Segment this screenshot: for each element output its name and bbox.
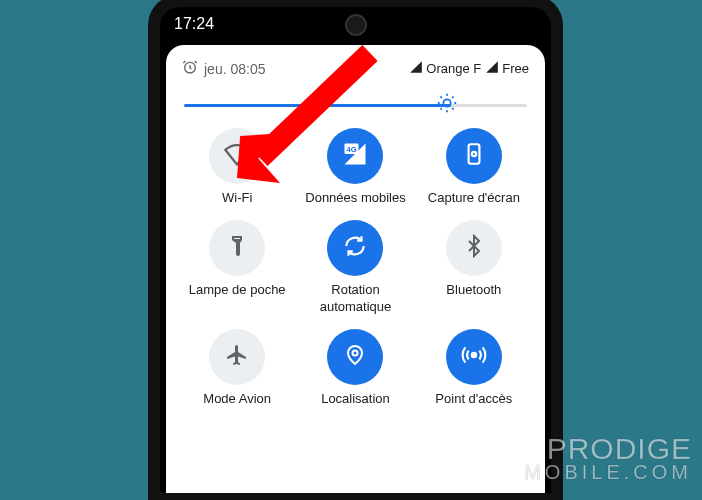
tile-label: Capture d'écran bbox=[428, 190, 520, 206]
bluetooth-icon bbox=[462, 234, 486, 262]
svg-text:4G: 4G bbox=[347, 145, 357, 154]
signal-icon bbox=[485, 60, 499, 77]
watermark-line1: PRODIGE bbox=[524, 435, 692, 464]
tile-rotation[interactable]: Rotation automatique bbox=[298, 220, 412, 315]
screenshot-button[interactable] bbox=[446, 128, 502, 184]
slider-fill bbox=[184, 104, 451, 107]
carrier-status: Orange F Free bbox=[409, 60, 529, 77]
airplane-button[interactable] bbox=[209, 329, 265, 385]
airplane-icon bbox=[225, 343, 249, 371]
rotation-button[interactable] bbox=[327, 220, 383, 276]
flashlight-icon bbox=[225, 234, 249, 262]
carrier-2: Free bbox=[502, 61, 529, 76]
screen: 17:24 jeu. 08:05 Orange F bbox=[160, 7, 551, 493]
tile-flashlight[interactable]: Lampe de poche bbox=[180, 220, 294, 315]
hotspot-button[interactable] bbox=[446, 329, 502, 385]
status-bar: 17:24 bbox=[160, 7, 551, 41]
camera-notch bbox=[345, 14, 367, 36]
tile-bluetooth[interactable]: Bluetooth bbox=[417, 220, 531, 315]
rotation-icon bbox=[342, 233, 368, 263]
watermark-line2: MOBILE.COM bbox=[524, 463, 692, 482]
tile-label: Mode Avion bbox=[203, 391, 271, 407]
tile-label: Point d'accès bbox=[435, 391, 512, 407]
panel-date: jeu. 08:05 bbox=[204, 61, 266, 77]
panel-header: jeu. 08:05 Orange F Free bbox=[180, 57, 531, 88]
brightness-icon[interactable] bbox=[436, 92, 458, 118]
tile-airplane[interactable]: Mode Avion bbox=[180, 329, 294, 407]
tile-mobile-data[interactable]: 4G Données mobiles bbox=[298, 128, 412, 206]
tile-label: Wi-Fi bbox=[222, 190, 252, 206]
alarm-icon bbox=[182, 59, 198, 78]
screenshot-icon bbox=[461, 141, 487, 171]
svg-point-7 bbox=[472, 353, 476, 357]
mobile-data-button[interactable]: 4G bbox=[327, 128, 383, 184]
phone-frame: 17:24 jeu. 08:05 Orange F bbox=[148, 0, 563, 500]
data-4g-icon: 4G bbox=[341, 140, 369, 172]
carrier-1: Orange F bbox=[426, 61, 481, 76]
status-time: 17:24 bbox=[174, 15, 214, 33]
flashlight-button[interactable] bbox=[209, 220, 265, 276]
wifi-icon bbox=[223, 140, 251, 172]
tile-screenshot[interactable]: Capture d'écran bbox=[417, 128, 531, 206]
tile-label: Bluetooth bbox=[446, 282, 501, 298]
watermark: PRODIGE MOBILE.COM bbox=[524, 435, 692, 483]
svg-point-5 bbox=[472, 152, 476, 156]
location-button[interactable] bbox=[327, 329, 383, 385]
quick-settings-panel: jeu. 08:05 Orange F Free bbox=[166, 45, 545, 493]
svg-point-6 bbox=[353, 350, 358, 355]
tile-location[interactable]: Localisation bbox=[298, 329, 412, 407]
tile-label: Lampe de poche bbox=[189, 282, 286, 298]
svg-rect-4 bbox=[468, 144, 479, 164]
tile-hotspot[interactable]: Point d'accès bbox=[417, 329, 531, 407]
svg-point-1 bbox=[443, 99, 450, 106]
tile-label: Localisation bbox=[321, 391, 390, 407]
tile-label: Données mobiles bbox=[305, 190, 405, 206]
wifi-button[interactable] bbox=[209, 128, 265, 184]
signal-icon bbox=[409, 60, 423, 77]
location-icon bbox=[343, 343, 367, 371]
hotspot-icon bbox=[461, 342, 487, 372]
bluetooth-button[interactable] bbox=[446, 220, 502, 276]
quick-settings-grid: Wi-Fi 4G Données mobiles Capture d'écran bbox=[180, 128, 531, 407]
tile-label: Rotation automatique bbox=[303, 282, 408, 315]
brightness-slider[interactable] bbox=[180, 88, 531, 122]
tile-wifi[interactable]: Wi-Fi bbox=[180, 128, 294, 206]
